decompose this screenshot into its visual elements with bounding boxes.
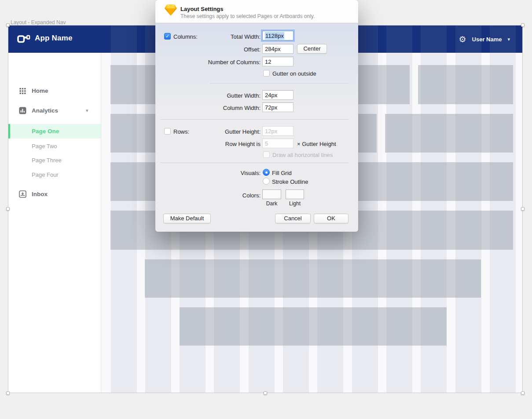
sidebar-item-page-two[interactable]: Page Two — [8, 139, 101, 153]
artboard-label[interactable]: Layout - Expanded Nav — [11, 19, 66, 26]
sidebar-item-label: Analytics — [32, 107, 58, 114]
colors-label: Colors: — [155, 192, 260, 199]
sidebar-item-label: Page Two — [32, 143, 57, 149]
app-logo-icon — [17, 33, 31, 44]
grid-column — [111, 26, 137, 393]
dark-swatch-label: Dark — [262, 200, 281, 207]
app-name: App Name — [35, 34, 73, 43]
total-width-label: Total Width: — [155, 33, 260, 40]
selection-handle-mid-right[interactable] — [521, 207, 525, 211]
number-of-columns-label: Number of Columns: — [155, 59, 260, 66]
inbox-icon — [19, 190, 26, 198]
sidebar-item-home[interactable]: Home — [8, 84, 101, 98]
bar-chart-icon — [19, 107, 26, 114]
selection-handle-bottom-left[interactable] — [6, 391, 10, 395]
gutter-on-outside-checkbox[interactable] — [263, 70, 270, 77]
sidebar-item-label: Page Four — [32, 171, 59, 178]
sidebar-item-inbox[interactable]: Inbox — [8, 187, 101, 201]
sidebar-item-page-three[interactable]: Page Three — [8, 153, 101, 168]
gutter-width-label: Gutter Width: — [155, 92, 260, 99]
column-width-label: Column Width: — [155, 105, 260, 111]
total-width-input[interactable]: 1128px — [262, 31, 294, 40]
app-sidebar: Home Analytics ▾ Page One Page Two Page … — [8, 53, 101, 393]
number-of-columns-input[interactable] — [262, 57, 294, 66]
cancel-button[interactable]: Cancel — [275, 214, 311, 223]
offset-input[interactable] — [262, 44, 294, 54]
grid-column — [455, 26, 481, 393]
sidebar-item-label: Page One — [32, 128, 59, 135]
grid-column — [386, 26, 412, 393]
grid-icon — [19, 87, 26, 95]
grid-column — [490, 26, 516, 393]
selection-handle-bottom-right[interactable] — [521, 391, 525, 395]
sidebar-item-page-four[interactable]: Page Four — [8, 168, 101, 182]
grid-column — [421, 26, 447, 393]
sidebar-item-label: Page Three — [32, 157, 62, 164]
fill-grid-radio[interactable] — [263, 169, 270, 176]
dialog-body: Columns: Total Width: 1128px Offset: Cen… — [155, 23, 358, 232]
chevron-down-icon: ▾ — [86, 108, 88, 113]
column-width-input[interactable] — [262, 102, 294, 112]
draw-all-horizontal-lines-checkbox[interactable] — [263, 151, 270, 158]
divider — [161, 163, 349, 163]
row-height-input[interactable] — [262, 138, 294, 148]
sidebar-item-page-one[interactable]: Page One — [8, 124, 101, 138]
sidebar-item-analytics[interactable]: Analytics ▾ — [8, 103, 101, 118]
row-height-label: Row Height is — [155, 141, 260, 147]
stroke-outline-radio[interactable] — [263, 178, 270, 185]
gutter-height-input[interactable] — [262, 126, 294, 136]
make-default-button[interactable]: Make Default — [163, 214, 211, 223]
center-button[interactable]: Center — [297, 44, 327, 54]
divider — [210, 83, 349, 84]
gutter-width-input[interactable] — [262, 90, 294, 100]
light-color-swatch[interactable] — [286, 189, 304, 199]
light-swatch-label: Light — [286, 200, 304, 207]
divider — [161, 119, 349, 120]
sketch-diamond-icon — [164, 4, 177, 16]
selection-handle-mid-left[interactable] — [6, 207, 10, 211]
total-width-value: 1128px — [265, 32, 284, 40]
selection-handle-top-left[interactable] — [6, 23, 10, 27]
dark-color-swatch[interactable] — [262, 189, 281, 199]
offset-label: Offset: — [155, 46, 260, 53]
row-height-suffix: × Gutter Height — [297, 141, 336, 147]
ok-button[interactable]: OK — [314, 214, 349, 223]
visuals-label: Visuals: — [155, 170, 260, 176]
selection-handle-top-right[interactable] — [521, 23, 525, 27]
gutter-height-label: Gutter Height: — [155, 128, 260, 135]
gutter-on-outside-label: Gutter on outside — [272, 70, 316, 77]
dialog-header: Layout Settings These settings apply to … — [155, 0, 358, 23]
dialog-subtitle: These settings apply to selected Pages o… — [180, 13, 315, 19]
draw-all-horizontal-lines-label: Draw all horizontal lines — [272, 152, 333, 158]
layout-settings-dialog: Layout Settings These settings apply to … — [155, 0, 358, 232]
stroke-outline-label: Stroke Outline — [272, 179, 308, 185]
sidebar-item-label: Home — [32, 87, 48, 94]
selection-handle-bottom-mid[interactable] — [264, 391, 267, 395]
sidebar-item-label: Inbox — [32, 191, 48, 197]
dialog-title: Layout Settings — [180, 6, 224, 12]
fill-grid-label: Fill Grid — [272, 170, 292, 176]
